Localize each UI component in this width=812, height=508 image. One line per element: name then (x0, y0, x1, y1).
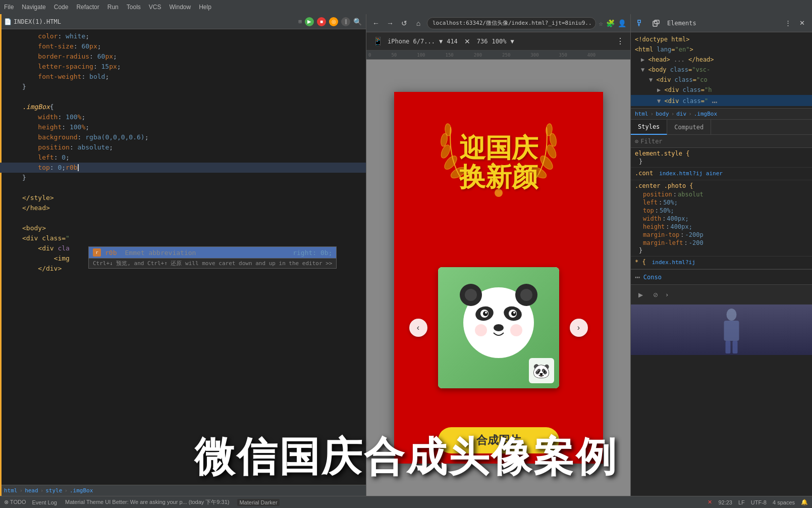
dom-line-doctype[interactable]: <!doctype html> (631, 34, 812, 44)
profile-icon[interactable]: 👤 (618, 19, 626, 27)
css-prop: margin-top : -200p (635, 231, 808, 239)
breadcrumb-imgbox-dt[interactable]: .imgBox (694, 111, 717, 117)
carousel-next-button[interactable]: › (570, 319, 588, 337)
css-rule-cont: .cont index.html?ij ainer (631, 168, 812, 180)
error-indicator[interactable]: ✕ (708, 499, 712, 505)
svg-rect-27 (638, 20, 640, 23)
ac-right: right: 0b; (293, 249, 332, 257)
console-label[interactable]: Conso (643, 274, 662, 281)
menu-file[interactable]: File (4, 4, 14, 11)
breadcrumb-html[interactable]: html (4, 487, 18, 494)
menu-refactor[interactable]: Refactor (76, 4, 99, 11)
more-options-button[interactable]: ⋮ (616, 36, 624, 46)
menu-window[interactable]: Window (169, 4, 191, 11)
panda-background: 🐼 (438, 267, 559, 388)
device-dropdown-icon[interactable]: ▼ (439, 38, 443, 45)
devtools-settings-button[interactable]: ⋮ (782, 17, 794, 29)
menu-help[interactable]: Help (199, 4, 211, 11)
main-area: 📄 INDEX(1).HTML ⊞ ▶ ■ ◎ ‖ 🔍 color: white… (0, 14, 812, 496)
breadcrumb-div-dt[interactable]: div (676, 111, 686, 117)
breadcrumb-style[interactable]: style (45, 487, 62, 494)
tab-computed[interactable]: Computed (667, 120, 711, 135)
url-input[interactable] (427, 17, 596, 29)
dom-line-head[interactable]: ▶ <head> ... </head> (631, 55, 812, 65)
breadcrumb-imgbox[interactable]: .imgBox (70, 487, 93, 494)
menu-navigate[interactable]: Navigate (22, 4, 45, 11)
extension-icon[interactable]: 🧩 (606, 19, 615, 27)
ruler-top: 0 50 100 150 200 250 300 350 400 (366, 50, 630, 60)
status-left: ⊗ TODO Event Log (4, 499, 57, 505)
code-content[interactable]: color: white; font-size: 60px; border-ra… (0, 29, 366, 485)
ac-desc: Emmet abbreviation (125, 249, 196, 257)
search-icon[interactable]: 🔍 (353, 18, 362, 26)
editor-pane: 📄 INDEX(1).HTML ⊞ ▶ ■ ◎ ‖ 🔍 color: white… (0, 14, 366, 496)
device-toggle-button[interactable]: 📱 (372, 36, 384, 47)
zoom-dropdown-icon[interactable]: ▼ (510, 38, 514, 45)
compose-button[interactable]: 合成图片 (438, 427, 559, 453)
inspect-element-button[interactable] (635, 17, 647, 29)
back-button[interactable]: ← (370, 18, 382, 29)
console-expand-icon[interactable]: › (665, 291, 669, 298)
status-message: Material Theme UI Better: We are asking … (65, 498, 229, 506)
git-icon[interactable]: ⊗ TODO (4, 499, 26, 505)
svg-point-33 (727, 309, 737, 321)
carousel-area: ‹ (394, 233, 603, 422)
styles-area[interactable]: element.style { } .cont index.html?ij ai… (631, 148, 812, 496)
carousel-prev-button[interactable]: ‹ (409, 319, 427, 337)
home-button[interactable]: ⌂ (413, 18, 424, 29)
tab-styles[interactable]: Styles (631, 120, 667, 135)
svg-point-26 (510, 324, 522, 336)
refresh-button[interactable]: ↺ (399, 18, 410, 29)
device-mode-button[interactable] (650, 17, 662, 29)
autocomplete-item-selected[interactable]: r r0b Emmet abbreviation right: 0b; (89, 247, 336, 258)
console-block-button[interactable]: ⊘ (650, 289, 661, 300)
coverage-button[interactable]: ◎ (329, 17, 338, 26)
forward-button[interactable]: → (385, 18, 396, 29)
menu-code[interactable]: Code (54, 4, 69, 11)
breadcrumb-body-dt[interactable]: body (656, 111, 669, 117)
css-rule-star: * { index.html?ij (631, 257, 812, 269)
device-toolbar: 📱 iPhone 6/7... ▼ 414 ✕ 736 100% ▼ ⋮ (366, 32, 630, 50)
swap-dimensions-button[interactable]: ✕ (462, 36, 473, 47)
star-icon[interactable]: ☆ (599, 19, 603, 27)
event-log[interactable]: Event Log (32, 499, 57, 505)
zoom-selector[interactable]: 100% (492, 38, 507, 45)
file-path: 📄 INDEX(1).HTML (4, 18, 61, 25)
device-name[interactable]: iPhone 6/7... (388, 38, 435, 45)
console-play-button[interactable]: ▶ (635, 289, 646, 300)
filter-input[interactable] (640, 138, 808, 145)
dom-breadcrumb: html › body › div › .imgBox (631, 109, 812, 120)
status-right: ✕ 92:23 LF UTF-8 4 spaces 🔔 (708, 499, 808, 505)
svg-point-2 (439, 143, 452, 159)
code-line: font-weight: bold; (0, 72, 366, 82)
line-ending[interactable]: LF (738, 499, 745, 505)
svg-point-22 (485, 312, 487, 314)
breadcrumb-head[interactable]: head (25, 487, 38, 494)
svg-point-24 (494, 324, 504, 331)
code-line: position: absolute; (0, 142, 366, 153)
breadcrumb-html-dt[interactable]: html (635, 111, 648, 117)
encoding[interactable]: UTF-8 (751, 499, 767, 505)
dom-line-div-selected[interactable]: ▼ <div class=" … (631, 95, 812, 106)
notification-icon[interactable]: 🔔 (801, 499, 808, 505)
dom-line-html[interactable]: <html lang="en"> (631, 44, 812, 55)
pause-button[interactable]: ‖ (341, 17, 350, 26)
run-button[interactable]: ▶ (305, 17, 314, 26)
autocomplete-popup[interactable]: r r0b Emmet abbreviation right: 0b; Ctrl… (88, 246, 337, 269)
menu-run[interactable]: Run (107, 4, 119, 11)
expand-console-icon[interactable]: ⋯ (635, 272, 640, 282)
dom-line-div-h[interactable]: ▶ <div class="h (631, 85, 812, 95)
stop-button[interactable]: ■ (317, 17, 326, 26)
dom-line-body[interactable]: ▼ <body class="vsc- (631, 65, 812, 75)
dom-line-div-cont[interactable]: ▼ <div class="co (631, 75, 812, 85)
device-frame: 迎国庆 换新颜 ‹ (394, 92, 603, 464)
indent-setting[interactable]: 4 spaces (773, 499, 795, 505)
file-name: INDEX(1).HTML (14, 18, 61, 25)
devtools-close-button[interactable]: ✕ (796, 17, 808, 29)
line-col[interactable]: 92:23 (718, 499, 732, 505)
menu-vcs[interactable]: VCS (149, 4, 161, 11)
css-prop: top : 50%; (635, 207, 808, 215)
code-line: <div class=" (0, 233, 366, 243)
code-line: } (0, 82, 366, 92)
menu-tools[interactable]: Tools (127, 4, 141, 11)
